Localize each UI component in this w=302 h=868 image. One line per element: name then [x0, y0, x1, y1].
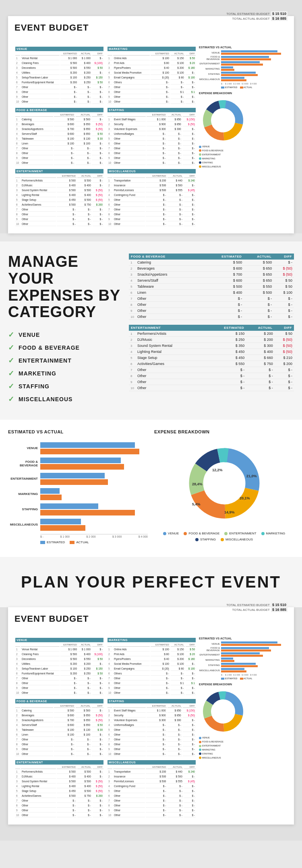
feature-list-item-entertainment: ✓ ENTERTAINMENT [8, 356, 121, 365]
check-icon-marketing: ✓ [8, 369, 14, 378]
donut-chart-small: VENUE FOOD & BEVERAGE ENTERTAINMENT MARK… [199, 96, 288, 169]
misc-table-b: MISCELLANEOUS ESTIMATEDACTUALDIFF 1Trans… [107, 759, 197, 818]
feature-label-staffing: STAFFING [19, 383, 50, 390]
food-table-b: FOOD & BEVERAGE ESTIMATEDACTUALDIFF 1Cat… [14, 698, 104, 757]
feature-list-item-staffing: ✓ STAFFING [8, 382, 121, 391]
spreadsheet-title-bottom: EVENT BUDGET [14, 614, 89, 624]
feature-list-item-food: ✓ FOOD & BEVERAGE [8, 343, 121, 352]
lbc-legend: ESTIMATED ACTUAL [40, 540, 148, 544]
entertainment-feature-table: ENTERTAINMENT ESTIMATED ACTUAL DIFF 1Per… [129, 325, 294, 391]
svg-text:5,4%: 5,4% [192, 502, 201, 506]
budget-totals-bottom: TOTAL ESTIMATED BUDGET $ 15 510 TOTAL AC… [225, 602, 288, 612]
lbc-row-food: FOOD &BEVERAGE [8, 458, 148, 470]
check-icon-staffing: ✓ [8, 382, 14, 391]
marketing-table-ss: MARKETING ESTIMATED ACTUAL DIFF 1Online … [107, 46, 197, 105]
donut-container: 12,2% 21,0% 20,1% 14,9% 5,4% 28,4% VENUE… [154, 439, 294, 541]
feature-label-entertainment: ENTERTAINMENT [19, 357, 72, 364]
lbc-row-misc: MISCELLANEOUS [8, 519, 148, 531]
ent-table-b: ENTERTAINMENT ESTIMATEDACTUALDIFF 1Perfo… [14, 759, 104, 818]
staff-table-b: STAFFING ESTIMATEDACTUALDIFF 1Event Staf… [107, 698, 197, 757]
check-icon-entertainment: ✓ [8, 356, 14, 365]
bar-chart-title: ESTIMATED vs ACTUAL [8, 429, 148, 434]
feature-right: FOOD & BEVERAGE ESTIMATED ACTUAL DIFF 1C… [129, 254, 294, 408]
plan-text: PLAN YOUR PERFECT EVENT [8, 573, 294, 591]
bar-chart-panel: ESTIMATED vs ACTUAL VENUE FOOD &BEVERAGE… [8, 429, 148, 547]
plan-text-section: PLAN YOUR PERFECT EVENT [0, 557, 302, 607]
venue-table-b: VENUE ESTIMATEDACTUALDIFF 1Venue Rental$… [14, 637, 104, 696]
check-icon-food: ✓ [8, 343, 14, 352]
feature-label-food: FOOD & BEVERAGE [19, 344, 80, 351]
venue-table: VENUE ESTIMATED ACTUAL DIFF 1Venue Renta… [14, 46, 104, 105]
bar-chart-small: VENUE FOOD &BEVERAGE [199, 50, 288, 89]
donut-svg: 12,2% 21,0% 20,1% 14,9% 5,4% 28,4% [180, 439, 269, 528]
feature-left: MANAGE YOUR EXPENSES BY CATEGORY ✓ VENUE… [8, 254, 121, 408]
feature-list-item-venue: ✓ VENUE [8, 330, 121, 339]
check-icon-misc: ✓ [8, 395, 14, 404]
charts-section: ESTIMATED vs ACTUAL VENUE FOOD &BEVERAGE… [0, 420, 302, 557]
feature-tables: FOOD & BEVERAGE ESTIMATED ACTUAL DIFF 1C… [129, 254, 294, 391]
misc-table-ss: MISCELLANEOUS ESTIMATED ACTUAL DIFF 1Tra… [107, 168, 197, 227]
bar-chart-small-b: VENUE FOOD &BEVERAGE ENTERTAINMENT MARKE… [199, 641, 288, 680]
feature-label-marketing: MARKETING [19, 370, 56, 377]
svg-point-6 [213, 110, 233, 130]
lbc-row-marketing: MARKETING [8, 488, 148, 500]
lbc-row-venue: VENUE [8, 442, 148, 454]
svg-text:12,2%: 12,2% [212, 468, 223, 472]
feature-section: MANAGE YOUR EXPENSES BY CATEGORY ✓ VENUE… [0, 241, 302, 420]
budget-totals: TOTAL ESTIMATED BUDGET $ 15 510 TOTAL AC… [225, 11, 288, 21]
food-bev-table-ss: FOOD & BEVERAGE ESTIMATED ACTUAL DIFF 1C… [14, 107, 104, 166]
lbc-row-entertainment: ENTERTAINMENT [8, 473, 148, 485]
svg-text:21,0%: 21,0% [246, 474, 257, 478]
feature-label-misc: MISCELLANEOUS [19, 396, 72, 402]
feature-list-item-marketing: ✓ MARKETING [8, 369, 121, 378]
donut-chart-small-b: VENUE FOOD & BEVERAGE ENTERTAINMENT MARK… [199, 687, 288, 760]
large-bar-chart: VENUE FOOD &BEVERAGE ENTERTAINMENT [8, 439, 148, 547]
charts-area-ss: ESTIMATED vs ACTUAL VENUE FOOD &BEVERAGE [199, 46, 288, 227]
svg-point-13 [203, 462, 245, 504]
food-bev-feature-table: FOOD & BEVERAGE ESTIMATED ACTUAL DIFF 1C… [129, 254, 294, 320]
lbc-axis: $ -$ 1 000$ 2 000$ 3 000$ 4 000 [40, 534, 148, 538]
charts-area-b: ESTIMATED vs ACTUAL VENUE FOOD &BEVERAGE… [199, 637, 288, 818]
svg-point-26 [213, 701, 233, 722]
donut-chart-title: EXPENSE BREAKDOWN [154, 429, 294, 434]
donut-legend-large: VENUE FOOD & BEVERAGE ENTERTAINMENT MARK… [154, 532, 294, 541]
check-icon-venue: ✓ [8, 330, 14, 339]
entertainment-table-ss: ENTERTAINMENT ESTIMATED ACTUAL DIFF 1Per… [14, 168, 104, 227]
spreadsheet-title: EVENT BUDGET [14, 23, 89, 33]
feature-label-venue: VENUE [19, 332, 40, 338]
feature-heading: MANAGE YOUR EXPENSES BY CATEGORY [8, 254, 121, 321]
mkt-table-b: MARKETING ESTIMATEDACTUALDIFF 1Online Ad… [107, 637, 197, 696]
svg-text:28,4%: 28,4% [192, 482, 203, 486]
spreadsheet-preview-top: EVENT BUDGET TOTAL ESTIMATED BUDGET $ 15… [8, 16, 294, 233]
feature-list: ✓ VENUE ✓ FOOD & BEVERAGE ✓ ENTERTAINMEN… [8, 330, 121, 404]
lbc-row-staffing: STAFFING [8, 503, 148, 515]
staffing-table-ss: STAFFING ESTIMATED ACTUAL DIFF 1Event St… [107, 107, 197, 166]
svg-text:14,9%: 14,9% [224, 510, 235, 514]
donut-chart-panel: EXPENSE BREAKDOWN 12,2% [154, 429, 294, 547]
svg-text:20,1%: 20,1% [240, 496, 250, 500]
feature-list-item-misc: ✓ MISCELLANEOUS [8, 395, 121, 404]
spreadsheet-preview-bottom: EVENT BUDGET TOTAL ESTIMATED BUDGET $ 15… [8, 607, 294, 825]
